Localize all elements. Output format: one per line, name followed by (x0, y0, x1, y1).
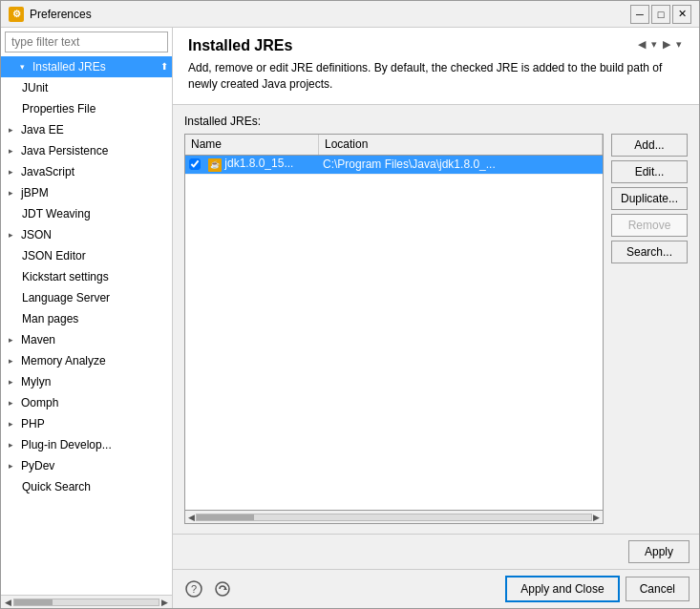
sidebar-label-jdt-weaving: JDT Weaving (22, 205, 91, 222)
remove-button[interactable]: Remove (611, 214, 688, 237)
sidebar-label-pydev: PyDev (21, 457, 54, 474)
tree-arrow-java-ee: ▸ (9, 121, 18, 138)
sidebar-item-kickstart-settings[interactable]: Kickstart settings (1, 266, 172, 287)
add-button[interactable]: Add... (611, 134, 688, 157)
sidebar-item-java-ee[interactable]: ▸ Java EE (1, 119, 172, 140)
sidebar-item-php[interactable]: ▸ PHP (1, 413, 172, 434)
tree-arrow-plug-in-develop: ▸ (9, 436, 18, 453)
sidebar-item-mylyn[interactable]: ▸ Mylyn (1, 371, 172, 392)
close-button[interactable]: ✕ (672, 5, 691, 24)
sidebar-item-maven[interactable]: ▸ Maven (1, 329, 172, 350)
table-row[interactable]: ☕ jdk1.8.0_15... C:\Program Files\Java\j… (185, 156, 603, 175)
sidebar-item-jbpm[interactable]: ▸ jBPM (1, 182, 172, 203)
bottom-bar: ? Apply and Close Cancel (173, 569, 699, 608)
row-checkbox[interactable] (185, 158, 204, 171)
window-title: Preferences (30, 8, 92, 21)
sidebar-label-junit: JUnit (22, 79, 48, 96)
sidebar-item-jdt-weaving[interactable]: JDT Weaving (1, 203, 172, 224)
table-body: ☕ jdk1.8.0_15... C:\Program Files\Java\j… (185, 156, 603, 510)
title-bar-left: ⚙ Preferences (9, 7, 92, 22)
tree-arrow-json: ▸ (9, 226, 18, 243)
sidebar-label-memory-analyze: Memory Analyze (21, 352, 106, 369)
nav-forward-dropdown-button[interactable]: ▾ (674, 37, 684, 52)
maximize-button[interactable]: □ (651, 5, 670, 24)
sidebar-label-java-ee: Java EE (21, 121, 64, 138)
panel-header: Installed JREs ◀ ▾ ▶ ▾ Add, remove or ed… (173, 28, 699, 105)
right-panel: Installed JREs ◀ ▾ ▶ ▾ Add, remove or ed… (173, 28, 699, 608)
nav-back-button[interactable]: ◀ (636, 37, 647, 52)
panel-description: Add, remove or edit JRE definitions. By … (188, 60, 684, 93)
sidebar-label-json: JSON (21, 226, 52, 243)
bottom-left: ? (182, 578, 234, 600)
sidebar-item-quick-search[interactable]: Quick Search (1, 476, 172, 497)
tree-arrow-jbpm: ▸ (9, 184, 18, 201)
sidebar-item-javascript[interactable]: ▸ JavaScript (1, 161, 172, 182)
panel-title: Installed JREs (188, 37, 292, 54)
title-bar: ⚙ Preferences ─ □ ✕ (1, 1, 699, 28)
main-content: ▾ Installed JREs ⬆ JUnit Properties File… (1, 28, 699, 608)
sidebar-scroll-right-arrow[interactable]: ▶ (159, 598, 170, 607)
sidebar-item-java-persistence[interactable]: ▸ Java Persistence (1, 140, 172, 161)
apply-close-button[interactable]: Apply and Close (505, 576, 619, 602)
sidebar-item-junit[interactable]: JUnit (1, 77, 172, 98)
sidebar-item-oomph[interactable]: ▸ Oomph (1, 392, 172, 413)
sidebar-item-plug-in-develop[interactable]: ▸ Plug-in Develop... (1, 434, 172, 455)
sidebar-label-jbpm: jBPM (21, 184, 49, 201)
panel-nav-icons: ◀ ▾ ▶ ▾ (636, 37, 684, 52)
panel-header-row: Installed JREs ◀ ▾ ▶ ▾ (188, 37, 684, 60)
duplicate-button[interactable]: Duplicate... (611, 187, 688, 210)
table-hscroll[interactable]: ◀ ▶ (185, 510, 603, 523)
edit-button[interactable]: Edit... (611, 160, 688, 183)
minimize-button[interactable]: ─ (630, 5, 649, 24)
sidebar-item-pydev[interactable]: ▸ PyDev (1, 455, 172, 476)
cancel-button[interactable]: Cancel (626, 577, 689, 601)
nav-back-dropdown-button[interactable]: ▾ (649, 37, 659, 52)
svg-point-2 (216, 582, 229, 596)
sidebar-item-man-pages[interactable]: Man pages (1, 308, 172, 329)
table-header: Name Location (185, 135, 603, 156)
hscroll-track[interactable] (196, 514, 592, 521)
hscroll-thumb (197, 514, 254, 520)
svg-text:?: ? (191, 583, 197, 595)
search-button[interactable]: Search... (611, 241, 688, 263)
tree-arrow-java-persistence: ▸ (9, 142, 18, 159)
hscroll-left-arrow[interactable]: ◀ (187, 513, 196, 522)
jre-checkbox[interactable] (189, 158, 201, 170)
tree-arrow-memory-analyze: ▸ (9, 352, 18, 369)
sidebar-label-json-editor: JSON Editor (22, 247, 86, 264)
sidebar-item-json[interactable]: ▸ JSON (1, 224, 172, 245)
preferences-window: ⚙ Preferences ─ □ ✕ ▾ Installed JREs ⬆ J… (0, 0, 700, 609)
title-controls: ─ □ ✕ (630, 5, 691, 24)
sidebar-scroll-track[interactable] (13, 598, 159, 606)
apply-bar: Apply (173, 534, 699, 569)
sidebar-item-properties-file[interactable]: Properties File (1, 98, 172, 119)
sidebar-scroll-thumb (14, 599, 53, 605)
jre-table-wrapper: Name Location (184, 134, 604, 524)
filter-input[interactable] (5, 32, 168, 52)
sidebar-scrollbar[interactable]: ◀ ▶ (1, 595, 172, 608)
sidebar-label-plug-in-develop: Plug-in Develop... (21, 436, 112, 453)
jre-table-area: Name Location (184, 134, 688, 524)
help-button[interactable]: ? (182, 578, 205, 600)
sidebar-label-installed-jres: Installed JREs (32, 58, 106, 75)
tree-arrow-mylyn: ▸ (9, 373, 18, 390)
tree-arrow-oomph: ▸ (9, 394, 18, 411)
tree-arrow-javascript: ▸ (9, 163, 18, 180)
sidebar-item-installed-jres[interactable]: ▾ Installed JREs ⬆ (1, 56, 172, 77)
panel-body: Installed JREs: Name Location (173, 105, 699, 534)
sidebar-item-memory-analyze[interactable]: ▸ Memory Analyze (1, 350, 172, 371)
tree-arrow-pydev: ▸ (9, 457, 18, 474)
sidebar-item-json-editor[interactable]: JSON Editor (1, 245, 172, 266)
sidebar-scroll-left-arrow[interactable]: ◀ (3, 598, 13, 607)
hscroll-right-arrow[interactable]: ▶ (592, 513, 601, 522)
nav-forward-button[interactable]: ▶ (661, 37, 672, 52)
restore-button[interactable] (211, 578, 234, 600)
sidebar-item-language-server[interactable]: Language Server (1, 287, 172, 308)
apply-button[interactable]: Apply (628, 540, 689, 563)
sidebar-label-php: PHP (21, 415, 45, 432)
sidebar-scroll-indicator: ⬆ (160, 58, 168, 75)
sidebar-label-man-pages: Man pages (22, 310, 78, 327)
jre-icon: ☕ (208, 158, 222, 172)
col-header-name: Name (185, 135, 319, 155)
sidebar-label-properties-file: Properties File (22, 100, 95, 117)
